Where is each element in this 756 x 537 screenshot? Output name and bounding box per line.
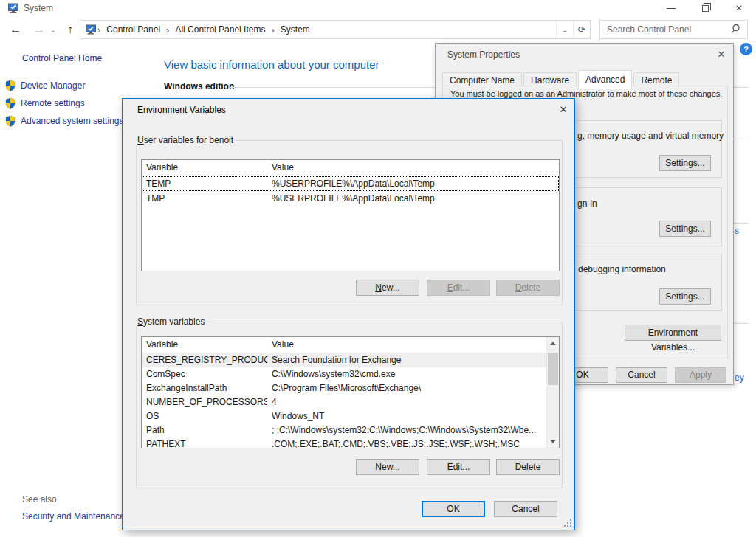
forward-button[interactable]: → — [30, 20, 49, 39]
search-input[interactable] — [600, 24, 731, 35]
value-cell: C:\Windows\system32\cmd.exe — [267, 367, 543, 381]
value-cell: %USERPROFILE%\AppData\Local\Temp — [267, 176, 559, 191]
back-icon: ← — [10, 23, 21, 36]
breadcrumb-system[interactable]: System — [275, 24, 315, 35]
table-row[interactable]: NUMBER_OF_PROCESSORS 4 — [142, 395, 559, 409]
table-row[interactable]: TMP %USERPROFILE%\AppData\Local\Temp — [142, 191, 559, 206]
scroll-down-button[interactable] — [547, 435, 559, 448]
dialog-title: System Properties — [447, 49, 520, 60]
change-settings-link-fragment[interactable]: s — [735, 226, 739, 236]
window-title: System — [24, 3, 53, 13]
scrollbar-thumb[interactable] — [548, 353, 558, 385]
table-row[interactable]: TEMP %USERPROFILE%\AppData\Local\Temp — [142, 176, 559, 191]
up-icon: ↑ — [67, 23, 73, 36]
close-icon: ✕ — [735, 3, 743, 13]
table-row[interactable]: CERES_REGISTRY_PRODUCT... Search Foundat… — [142, 353, 559, 367]
close-button[interactable]: ✕ — [709, 44, 734, 64]
system-control-panel-window: System — ✕ ← → ⌄ ↑ › Control Panel › All… — [0, 0, 756, 537]
ok-button[interactable]: OK — [422, 501, 485, 517]
up-button[interactable]: ↑ — [61, 20, 80, 39]
restore-button[interactable] — [688, 0, 722, 16]
user-new-button[interactable]: New... — [356, 280, 419, 296]
system-variables-table: Variable Value CERES_REGISTRY_PRODUCT...… — [141, 336, 560, 448]
variable-cell: NUMBER_OF_PROCESSORS — [142, 395, 267, 409]
see-also-label: See also — [22, 494, 57, 505]
value-cell: %USERPROFILE%\AppData\Local\Temp — [267, 191, 559, 206]
table-row[interactable]: Path ; ;C:\Windows\system32;C:\Windows;C… — [142, 423, 559, 437]
table-row[interactable]: OS Windows_NT — [142, 409, 559, 423]
cancel-button[interactable]: Cancel — [494, 501, 557, 517]
user-delete-button[interactable]: Delete — [496, 280, 560, 296]
system-delete-button[interactable]: Delete — [496, 459, 560, 475]
variable-cell: OS — [142, 409, 267, 423]
system-monitor-icon — [85, 24, 97, 35]
title-bar: System — ✕ — [0, 0, 756, 16]
sidebar-item-advanced-system-settings[interactable]: Advanced system settings — [21, 116, 123, 126]
minimize-icon: — — [667, 3, 676, 13]
sidebar-item-remote-settings[interactable]: Remote settings — [21, 98, 85, 108]
table-row[interactable]: PATHEXT .COM;.EXE;.BAT;.CMD;.VBS;.VBE;.J… — [142, 437, 559, 448]
table-row[interactable]: ComSpec C:\Windows\system32\cmd.exe — [142, 367, 559, 381]
variable-cell: ComSpec — [142, 367, 267, 381]
apply-button[interactable]: Apply — [675, 367, 726, 383]
close-button[interactable]: ✕ — [551, 99, 576, 119]
change-product-key-link-fragment[interactable]: ey — [735, 373, 744, 383]
dialog-title: Environment Variables — [137, 105, 226, 115]
admin-note: You must be logged on as an Administrato… — [450, 89, 722, 98]
startup-settings-button[interactable]: Settings... — [659, 288, 711, 305]
value-cell: .COM;.EXE;.BAT;.CMD;.VBS;.VBE;.JS;.JSE;.… — [267, 437, 543, 448]
page-title: View basic information about your comput… — [164, 58, 379, 71]
uac-shield-icon — [4, 115, 16, 127]
help-icon: ? — [743, 45, 749, 54]
back-button[interactable]: ← — [6, 20, 25, 39]
chevron-down-icon: ⌄ — [562, 26, 568, 34]
performance-text-fragment: g, memory usage and virtual memory — [577, 131, 724, 141]
sidebar-control-panel-home[interactable]: Control Panel Home — [22, 53, 102, 63]
chevron-down-icon: ⌄ — [50, 26, 56, 34]
address-dropdown-button[interactable]: ⌄ — [556, 21, 573, 38]
value-cell: 4 — [267, 395, 543, 409]
search-icon[interactable] — [731, 24, 741, 36]
cancel-button[interactable]: Cancel — [616, 367, 667, 383]
minimize-button[interactable]: — — [654, 0, 688, 16]
environment-variables-dialog: Environment Variables ✕ User variables f… — [122, 98, 575, 530]
vertical-scrollbar[interactable] — [546, 337, 559, 448]
system-new-button[interactable]: New... — [356, 459, 419, 475]
user-edit-button[interactable]: Edit... — [427, 280, 490, 296]
column-header-value[interactable]: Value — [267, 337, 294, 353]
variable-cell: CERES_REGISTRY_PRODUCT... — [142, 353, 267, 367]
variable-cell: Path — [142, 423, 267, 437]
restore-icon — [702, 5, 709, 12]
sidebar-item-device-manager[interactable]: Device Manager — [21, 80, 85, 91]
help-button[interactable]: ? — [740, 43, 752, 55]
column-header-value[interactable]: Value — [267, 160, 294, 176]
search-box — [599, 20, 748, 39]
refresh-button[interactable]: ⟳ — [573, 21, 590, 38]
uac-shield-icon — [4, 80, 16, 91]
table-row[interactable]: ExchangeInstallPath C:\Program Files\Mic… — [142, 381, 559, 395]
uac-shield-icon — [4, 97, 16, 109]
system-edit-button[interactable]: Edit... — [427, 459, 490, 475]
breadcrumb-control-panel[interactable]: Control Panel — [101, 24, 165, 35]
resize-grip[interactable] — [563, 519, 572, 527]
column-header-variable[interactable]: Variable — [142, 160, 267, 176]
column-header-variable[interactable]: Variable — [142, 337, 267, 353]
tab-advanced[interactable]: Advanced — [578, 70, 632, 89]
scroll-down-icon — [550, 440, 556, 443]
user-variables-label: User variables for benoit — [134, 135, 236, 145]
close-button[interactable]: ✕ — [722, 0, 756, 16]
variable-cell: PATHEXT — [142, 437, 267, 448]
sidebar-security-maintenance-link[interactable]: Security and Maintenance — [22, 511, 125, 522]
value-cell: C:\Program Files\Microsoft\Exchange\ — [267, 381, 543, 395]
system-variables-label: System variables — [134, 316, 207, 327]
user-profiles-settings-button[interactable]: Settings... — [659, 221, 711, 237]
breadcrumb-all-items[interactable]: All Control Panel Items — [170, 24, 270, 35]
variable-cell: TMP — [142, 191, 267, 206]
address-bar[interactable]: › Control Panel › All Control Panel Item… — [80, 20, 591, 39]
user-variables-table: Variable Value TEMP %USERPROFILE%\AppDat… — [141, 159, 560, 271]
scroll-up-icon — [550, 342, 556, 345]
performance-settings-button[interactable]: Settings... — [659, 155, 711, 171]
recent-pages-button[interactable]: ⌄ — [47, 20, 59, 39]
environment-variables-button[interactable]: Environment Variables... — [625, 325, 721, 341]
scroll-up-button[interactable] — [547, 337, 559, 350]
